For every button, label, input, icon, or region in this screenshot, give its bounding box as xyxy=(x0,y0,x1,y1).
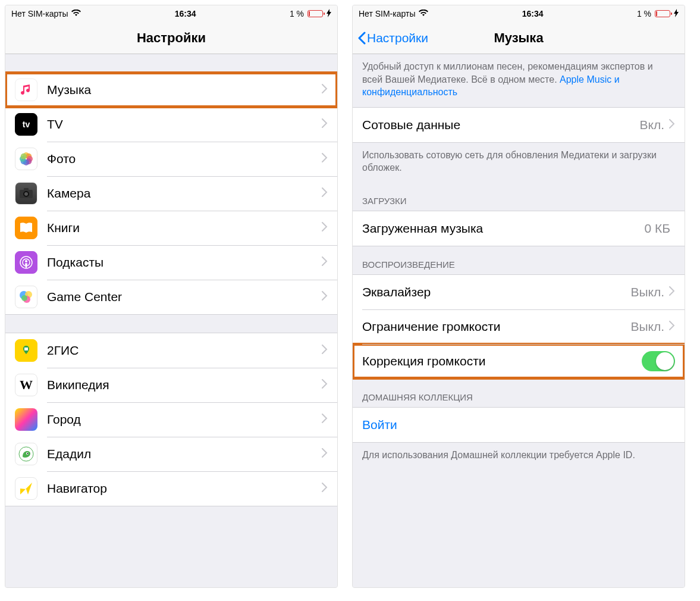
row-gorod[interactable]: Город xyxy=(5,402,337,437)
music-settings-list[interactable]: Удобный доступ к миллионам песен, рекоме… xyxy=(353,54,685,587)
status-time: 16:34 xyxy=(522,9,544,18)
row-value: Вкл. xyxy=(639,118,664,132)
settings-group-apps: Музыка tv TV Фото Камера xyxy=(5,72,337,315)
camera-icon xyxy=(15,182,37,205)
row-label: 2ГИС xyxy=(47,343,322,358)
row-equalizer[interactable]: Эквалайзер Выкл. xyxy=(353,275,685,309)
row-2gis[interactable]: 2ГИС xyxy=(5,333,337,368)
row-photos[interactable]: Фото xyxy=(5,142,337,176)
row-label: Город xyxy=(47,412,322,427)
row-label: Ограничение громкости xyxy=(362,320,630,334)
battery-icon xyxy=(655,10,670,17)
home-footer: Для использования Домашней коллекции тре… xyxy=(353,443,685,470)
music-icon xyxy=(15,79,37,101)
row-label: Загруженная музыка xyxy=(362,221,644,236)
row-edadil[interactable]: Едадил xyxy=(5,437,337,471)
phone-settings: Нет SIM-карты 16:34 1 % Настройки Музыка xyxy=(5,5,338,588)
cellular-footer: Использовать сотовую сеть для обновления… xyxy=(353,143,685,183)
row-value: Выкл. xyxy=(630,285,664,299)
row-label: Сотовые данные xyxy=(362,118,639,132)
group-cellular: Сотовые данные Вкл. xyxy=(353,107,685,143)
group-playback: Эквалайзер Выкл. Ограничение громкости В… xyxy=(353,274,685,379)
spacer xyxy=(5,315,337,333)
phone-music-settings: Нет SIM-карты 16:34 1 % Настройки Музыка… xyxy=(352,5,685,588)
header-downloads: ЗАГРУЗКИ xyxy=(353,183,685,211)
edadil-icon xyxy=(15,443,37,465)
svg-point-14 xyxy=(25,260,27,262)
gorod-icon xyxy=(15,408,37,431)
chevron-right-icon xyxy=(669,286,675,298)
row-books[interactable]: Книги xyxy=(5,211,337,245)
podcasts-icon xyxy=(15,251,37,274)
carrier-text: Нет SIM-карты xyxy=(11,9,68,18)
wikipedia-icon: W xyxy=(15,374,37,396)
books-icon xyxy=(15,217,37,239)
chevron-right-icon xyxy=(322,187,328,199)
page-title: Музыка xyxy=(494,30,543,46)
row-label: TV xyxy=(47,117,322,132)
settings-list[interactable]: Музыка tv TV Фото Камера xyxy=(5,54,337,587)
row-gamecenter[interactable]: Game Center xyxy=(5,280,337,314)
row-music[interactable]: Музыка xyxy=(5,73,337,107)
row-downloaded-music[interactable]: Загруженная музыка 0 КБ xyxy=(353,211,685,246)
row-wikipedia[interactable]: W Википедия xyxy=(5,368,337,402)
bolt-icon xyxy=(674,9,679,19)
row-label: Эквалайзер xyxy=(362,285,630,299)
row-camera[interactable]: Камера xyxy=(5,176,337,211)
row-label: Едадил xyxy=(47,447,322,461)
row-cellular-data[interactable]: Сотовые данные Вкл. xyxy=(353,108,685,142)
chevron-right-icon xyxy=(669,119,675,131)
row-sound-check[interactable]: Коррекция громкости xyxy=(353,344,685,378)
battery-percent: 1 % xyxy=(637,9,651,18)
status-bar: Нет SIM-карты 16:34 1 % xyxy=(353,5,685,22)
row-tv[interactable]: tv TV xyxy=(5,107,337,142)
chevron-right-icon xyxy=(322,448,328,460)
status-right: 1 % xyxy=(637,9,679,19)
row-navigator[interactable]: Навигатор xyxy=(5,471,337,506)
svg-rect-11 xyxy=(24,188,29,190)
wifi-icon xyxy=(71,9,81,18)
chevron-right-icon xyxy=(322,483,328,494)
status-right: 1 % xyxy=(290,9,331,19)
svg-point-23 xyxy=(27,453,29,454)
status-time: 16:34 xyxy=(175,9,196,18)
row-label: Подкасты xyxy=(47,255,322,270)
row-sign-in[interactable]: Войти xyxy=(353,408,685,442)
chevron-right-icon xyxy=(322,379,328,391)
chevron-right-icon xyxy=(669,321,675,333)
chevron-right-icon xyxy=(322,291,328,303)
sound-check-toggle[interactable] xyxy=(642,351,675,371)
battery-percent: 1 % xyxy=(290,9,304,18)
status-bar: Нет SIM-карты 16:34 1 % xyxy=(5,5,337,22)
back-button[interactable]: Настройки xyxy=(357,22,428,54)
svg-point-10 xyxy=(24,192,28,196)
spacer xyxy=(5,54,337,72)
chevron-right-icon xyxy=(322,118,328,130)
header-playback: ВОСПРОИЗВЕДЕНИЕ xyxy=(353,246,685,274)
row-label: Камера xyxy=(47,186,322,201)
row-label: Википедия xyxy=(47,378,322,392)
chevron-right-icon xyxy=(322,84,328,96)
header-home-sharing: ДОМАШНЯЯ КОЛЛЕКЦИЯ xyxy=(353,379,685,407)
settings-group-thirdparty: 2ГИС W Википедия Город Едадил xyxy=(5,333,337,506)
chevron-right-icon xyxy=(322,153,328,165)
row-label: Game Center xyxy=(47,290,322,304)
row-value: 0 КБ xyxy=(644,221,670,236)
signin-label: Войти xyxy=(362,418,675,432)
row-podcasts[interactable]: Подкасты xyxy=(5,245,337,280)
row-label: Музыка xyxy=(47,83,322,97)
carrier-text: Нет SIM-карты xyxy=(359,9,415,18)
svg-point-18 xyxy=(21,295,27,301)
navbar-settings: Настройки xyxy=(5,22,337,54)
status-left: Нет SIM-карты xyxy=(11,9,81,18)
row-label: Навигатор xyxy=(47,481,322,496)
wifi-icon xyxy=(419,9,428,18)
row-volume-limit[interactable]: Ограничение громкости Выкл. xyxy=(353,309,685,344)
svg-rect-20 xyxy=(24,348,28,350)
row-label: Фото xyxy=(47,152,322,166)
row-label: Коррекция громкости xyxy=(362,354,642,368)
bolt-icon xyxy=(327,9,331,19)
chevron-left-icon xyxy=(357,32,366,45)
gamecenter-icon xyxy=(15,286,37,308)
navbar-music: Настройки Музыка xyxy=(353,22,685,54)
